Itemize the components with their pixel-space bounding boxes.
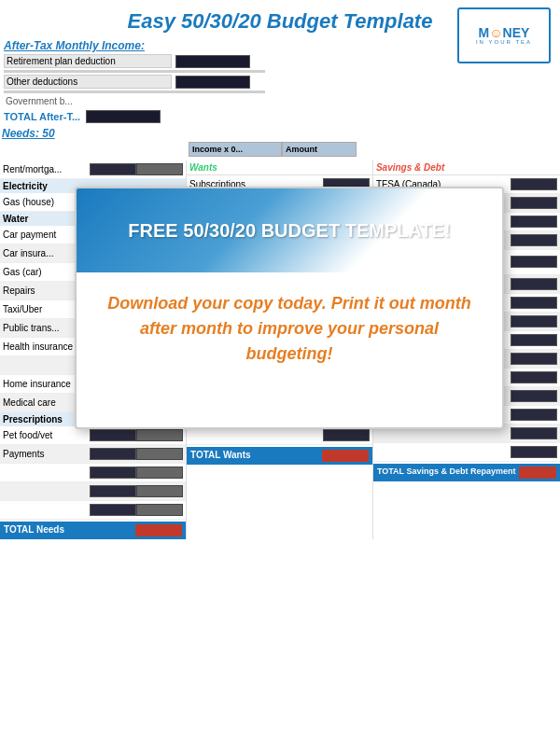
payments-input2[interactable] <box>136 448 183 460</box>
total-wants-row: TOTAL Wants <box>187 447 372 465</box>
pet-food-label: Pet food/vet <box>3 430 90 440</box>
savings-b8-input[interactable] <box>511 390 557 402</box>
needs-col-headers: Income x 0... Amount <box>2 142 558 157</box>
divider2 <box>4 91 265 93</box>
total-savings-label: TOTAL Savings & Debt Repayment <box>377 467 516 479</box>
total-needs-row: TOTAL Needs <box>0 522 186 539</box>
wants-extra-4 <box>187 426 372 445</box>
popup-body: Download your copy today. Print it out m… <box>77 272 502 385</box>
savings-b11-input[interactable] <box>511 446 557 458</box>
popup-header: FREE 50/30/20 BUDGET TEMPLATE! <box>77 188 502 272</box>
rent-mortgage-input2[interactable] <box>136 163 183 175</box>
total-needs-value[interactable] <box>135 524 182 536</box>
total-wants-value[interactable] <box>322 450 369 462</box>
income-section: After-Tax Monthly Income: Retirement pla… <box>0 39 560 123</box>
pet-food-row: Pet food/vet <box>0 426 186 445</box>
savings-b7-input[interactable] <box>511 371 557 383</box>
total-after-tax-label: TOTAL After-T... <box>4 111 80 122</box>
divider <box>4 70 265 73</box>
popup-body-text: Download your copy today. Print it out m… <box>95 291 483 367</box>
amount-header: Amount <box>282 142 357 157</box>
tfsa-input[interactable] <box>511 178 557 190</box>
needs-extra-3 <box>0 501 186 520</box>
needs-extra-1 <box>0 464 186 482</box>
savings-b10-input[interactable] <box>511 427 557 439</box>
pet-food-input2[interactable] <box>136 429 183 441</box>
wants-e4-input[interactable] <box>323 429 370 441</box>
needs-extra3-i2[interactable] <box>136 504 183 516</box>
total-after-tax-row: TOTAL After-T... <box>4 110 556 123</box>
needs-header-row: Needs: 50 <box>2 127 558 140</box>
savings-b4-input[interactable] <box>511 297 557 309</box>
popup-overlay: FREE 50/30/20 BUDGET TEMPLATE! Download … <box>75 187 504 429</box>
retirement-input[interactable] <box>175 55 250 68</box>
retirement-row: Retirement plan deduction <box>4 54 556 68</box>
total-after-tax-input[interactable] <box>86 110 161 123</box>
payments-row: Payments <box>0 445 186 464</box>
savings-b9-input[interactable] <box>511 409 557 421</box>
payments-label: Payments <box>3 449 90 459</box>
mortgage-input[interactable] <box>511 256 557 268</box>
logo-money: M☺NEY <box>479 26 530 39</box>
rent-mortgage-row: Rent/mortga... <box>0 160 186 179</box>
needs-extra3-i1[interactable] <box>90 504 136 516</box>
needs-extra-2 <box>0 482 186 501</box>
total-needs-label: TOTAL Needs <box>4 524 64 536</box>
needs-section-header: Needs: 50 <box>2 127 55 140</box>
emergency-input[interactable] <box>511 334 557 346</box>
savings-blank-11 <box>373 443 560 462</box>
needs-extra1-i1[interactable] <box>90 467 136 479</box>
total-savings-value[interactable] <box>519 467 556 479</box>
needs-extra2-i1[interactable] <box>90 485 136 497</box>
payments-input1[interactable] <box>90 448 136 460</box>
savings-b2-input[interactable] <box>511 234 557 246</box>
pet-food-input1[interactable] <box>90 429 136 441</box>
savings-b3-input[interactable] <box>511 278 557 290</box>
roth-input[interactable] <box>511 197 557 209</box>
popup-title: FREE 50/30/20 BUDGET TEMPLATE! <box>109 220 469 242</box>
govt-label: Government b... <box>4 95 556 107</box>
total-savings-row: TOTAL Savings & Debt Repayment <box>373 464 560 481</box>
income-x-header: Income x 0... <box>189 142 282 157</box>
wants-header: Wants <box>187 160 372 175</box>
rent-mortgage-input1[interactable] <box>90 163 136 175</box>
total-wants-label: TOTAL Wants <box>190 450 251 462</box>
savings-header: Savings & Debt <box>373 160 560 175</box>
income-label: After-Tax Monthly Income: <box>4 39 556 52</box>
other-deductions-label: Other deductions <box>4 75 172 89</box>
savings-b1-input[interactable] <box>511 216 557 228</box>
retirement-label: Retirement plan deduction <box>4 54 172 68</box>
other-deductions-input[interactable] <box>175 76 250 89</box>
needs-extra1-i2[interactable] <box>136 467 183 479</box>
savings-b6-input[interactable] <box>511 353 557 365</box>
needs-extra2-i2[interactable] <box>136 485 183 497</box>
rent-mortgage-label: Rent/mortga... <box>3 164 90 174</box>
other-deductions-row: Other deductions <box>4 75 556 89</box>
savings-b5-input[interactable] <box>511 315 557 327</box>
